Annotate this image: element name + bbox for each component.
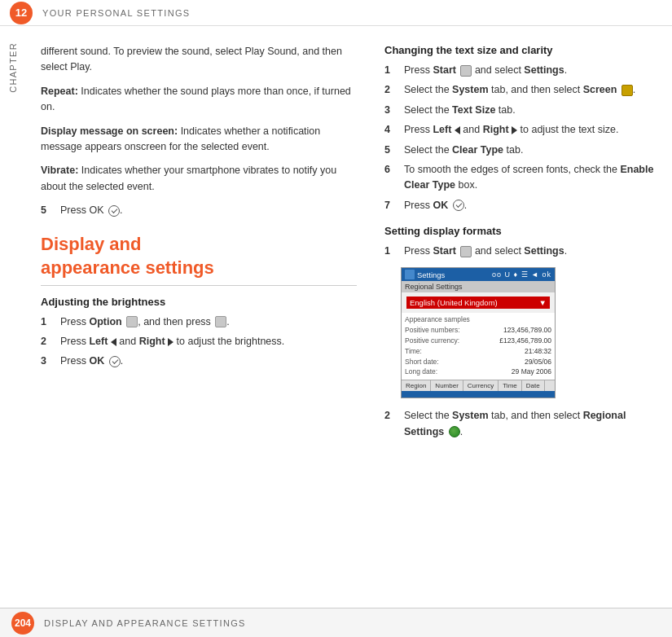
ss-body: Appearance samples Positive numbers: 123…	[402, 313, 555, 380]
step-num: 5	[384, 143, 401, 158]
ss-tab-date[interactable]: Date	[522, 380, 545, 391]
ss-tab-number[interactable]: Number	[431, 380, 463, 391]
step-num: 2	[384, 408, 401, 424]
page-number: 204	[15, 617, 31, 629]
ch-step6: To smooth the edges of screen fonts, che…	[404, 162, 656, 194]
chapter-number: 12	[15, 7, 27, 19]
ss-label: Short date:	[405, 357, 439, 367]
step5-content: Press OK .	[60, 203, 357, 218]
ss-row-header: Regional Settings	[402, 281, 555, 292]
chapter-side: CHAPTER	[0, 26, 26, 608]
chapter-badge: 12	[10, 2, 33, 24]
step5-list: 5 Press OK .	[41, 203, 357, 218]
ss-tab-time[interactable]: Time	[499, 380, 521, 391]
press-icon	[215, 316, 226, 327]
right-arrow-icon	[512, 126, 517, 134]
step-num: 1	[384, 244, 401, 259]
start-icon	[460, 246, 472, 257]
ch-step1: Press Start and select Settings.	[404, 63, 656, 78]
ss-row: Time: 21:48:32	[405, 346, 551, 357]
bottom-bar: 204 DISPLAY AND APPEARANCE SETTINGS	[0, 608, 672, 637]
vibrate-label: Vibrate:	[41, 165, 78, 176]
adj-step1: Press Option , and then press .	[60, 314, 357, 330]
list-item: 3 Select the Text Size tab.	[384, 103, 656, 118]
step-num: 7	[384, 198, 401, 213]
step-num: 3	[384, 103, 401, 118]
ss-titlebar: Settings oo U ♦ ☰ ◄ ok	[402, 268, 555, 281]
ch-step3: Select the Text Size tab.	[404, 103, 656, 118]
repeat-body: Indicates whether the sound plays more t…	[41, 86, 351, 112]
ch-step2: Select the System tab, and then select S…	[404, 82, 656, 98]
list-item: 7 Press OK .	[384, 198, 656, 213]
ss-title: Settings	[417, 270, 445, 279]
ss-dropdown-arrow: ▼	[539, 298, 547, 307]
repeat-label: Repeat:	[41, 86, 78, 97]
repeat-block: Repeat: Indicates whether the sound play…	[41, 84, 357, 116]
ss-titlebar-left: Settings	[405, 270, 445, 279]
list-item: 4 Press Left and Right to adjust the tex…	[384, 122, 656, 138]
ss-row: Positive currency: £123,456,789.00	[405, 336, 551, 346]
screen-icon	[621, 85, 633, 96]
page-badge: 204	[11, 612, 34, 635]
display-text: Display message on screen: Indicates whe…	[41, 124, 357, 156]
ss-app-icon	[405, 270, 415, 279]
adjusting-heading: Adjusting the brightness	[41, 296, 357, 308]
list-item: 3 Press OK .	[41, 354, 357, 369]
ss-appearance-label: Appearance samples	[405, 315, 551, 323]
ch-step7: Press OK .	[404, 198, 656, 213]
changing-steps: 1 Press Start and select Settings. 2 Sel…	[384, 63, 656, 213]
list-item: 5 Press OK .	[41, 203, 357, 218]
adj-step2: Press Left and Right to adjust the brigh…	[60, 334, 357, 349]
ss-value: 29 May 2006	[512, 367, 551, 377]
left-arrow-icon	[455, 126, 460, 134]
list-item: 6 To smooth the edges of screen fonts, c…	[384, 162, 656, 194]
ss-dropdown-area: English (United Kingdom) ▼	[402, 292, 555, 313]
heading-line1: Display and	[41, 234, 141, 254]
ss-value: 29/05/06	[525, 357, 551, 367]
step-num: 1	[41, 314, 57, 330]
main-content: different sound. To preview the sound, s…	[26, 26, 672, 608]
set-step1: Press Start and select Settings.	[404, 244, 656, 259]
ss-value: £123,456,789.00	[499, 336, 551, 346]
list-item: 2 Press Left and Right to adjust the bri…	[41, 334, 357, 349]
ok-icon	[453, 200, 464, 211]
ss-tab-region[interactable]: Region	[402, 380, 431, 391]
list-item: 2 Select the System tab, and then select…	[384, 408, 656, 440]
step-num: 2	[41, 334, 57, 349]
heading-line2: appearance settings	[41, 257, 214, 278]
vibrate-text: Vibrate: Indicates whether your smartpho…	[41, 163, 357, 195]
ss-row: Positive numbers: 123,456,789.00	[405, 325, 551, 336]
step-num: 2	[384, 82, 401, 98]
ss-dropdown[interactable]: English (United Kingdom) ▼	[406, 297, 550, 309]
chapter-label: CHAPTER	[8, 42, 18, 93]
ss-row: Short date: 29/05/06	[405, 357, 551, 367]
vibrate-block: Vibrate: Indicates whether your smartpho…	[41, 163, 357, 195]
screenshot-box: Settings oo U ♦ ☰ ◄ ok Regional Settings…	[401, 267, 556, 398]
step-num: 6	[384, 162, 401, 178]
ok-icon	[109, 356, 121, 367]
vibrate-body: Indicates whether your smartphone vibrat…	[41, 165, 336, 191]
top-bar: 12 YOUR PERSONAL SETTINGS	[0, 0, 672, 26]
ss-label: Positive currency:	[405, 336, 459, 346]
ss-title-icons: oo U ♦ ☰ ◄ ok	[492, 270, 551, 279]
ss-tabs: Region Number Currency Time Date	[402, 380, 555, 391]
right-column: Changing the text size and clarity 1 Pre…	[376, 26, 672, 608]
step5-text: Press OK	[60, 204, 104, 216]
globe-icon	[449, 426, 460, 437]
ss-label: Long date:	[405, 367, 437, 377]
ss-dropdown-text: English (United Kingdom)	[410, 298, 498, 307]
left-arrow-icon	[111, 338, 116, 346]
divider	[41, 285, 357, 286]
changing-heading: Changing the text size and clarity	[384, 44, 656, 56]
ss-value: 21:48:32	[525, 346, 551, 357]
section-heading: Display and appearance settings	[41, 233, 357, 279]
list-item: 1 Press Option , and then press .	[41, 314, 357, 330]
ss-bottom-bar	[402, 391, 555, 398]
list-item: 1 Press Start and select Settings.	[384, 244, 656, 259]
step-num: 3	[41, 354, 57, 369]
ss-value: 123,456,789.00	[503, 325, 551, 336]
adjusting-steps: 1 Press Option , and then press . 2 Pres…	[41, 314, 357, 370]
display-label: Display message on screen:	[41, 125, 178, 137]
ch-step4: Press Left and Right to adjust the text …	[404, 122, 656, 138]
ss-tab-currency[interactable]: Currency	[463, 380, 499, 391]
